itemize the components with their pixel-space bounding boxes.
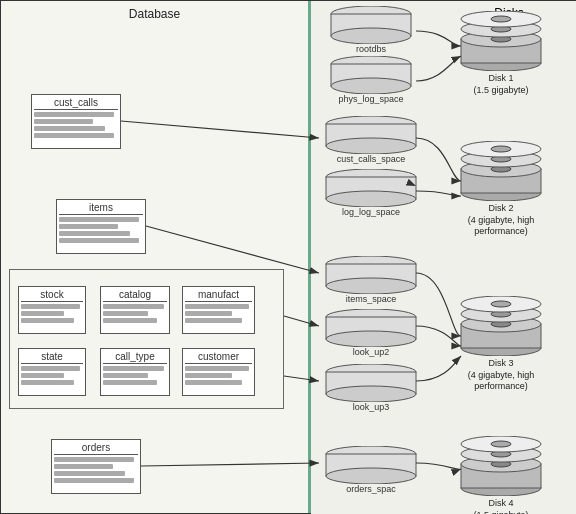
table-line — [185, 366, 249, 371]
table-line — [59, 217, 139, 222]
dbspace-log-log: log_log_space — [321, 169, 421, 217]
cylinder-log-log — [321, 169, 421, 207]
disk1-icon — [451, 11, 551, 71]
disk4-label: Disk 4(1.5 gigabyte) — [451, 498, 551, 514]
svg-point-8 — [326, 138, 416, 154]
table-call-type: call_type — [100, 348, 170, 396]
table-line — [103, 318, 157, 323]
svg-point-31 — [491, 16, 511, 22]
table-line — [34, 126, 105, 131]
svg-point-17 — [326, 331, 416, 347]
table-line — [185, 311, 232, 316]
table-line — [21, 304, 80, 309]
label-phys-log: phys_log_space — [326, 94, 416, 104]
table-catalog: catalog — [100, 286, 170, 334]
dbspace-look-up3: look_up3 — [321, 364, 421, 412]
disk1-label: Disk 1(1.5 gigabyte) — [451, 73, 551, 96]
svg-point-55 — [491, 441, 511, 447]
table-line — [21, 380, 74, 385]
table-catalog-label: catalog — [103, 289, 167, 302]
dbspaces-area: rootdbs phys_log_space cust_calls_spac — [311, 1, 441, 514]
disk3-label: Disk 3(4 gigabyte, highperformance) — [451, 358, 551, 393]
table-line — [103, 366, 164, 371]
cylinder-orders — [321, 446, 421, 484]
cylinder-rootdbs — [326, 6, 416, 44]
table-stock: stock — [18, 286, 86, 334]
table-cust-calls: cust_calls — [31, 94, 121, 149]
table-stock-label: stock — [21, 289, 83, 302]
table-customer-label: customer — [185, 351, 252, 364]
svg-point-20 — [326, 386, 416, 402]
disk3-icon — [451, 296, 551, 356]
disk2: Disk 2(4 gigabyte, highperformance) — [451, 141, 551, 238]
table-manufact-label: manufact — [185, 289, 252, 302]
table-cust-calls-label: cust_calls — [34, 97, 118, 110]
cylinder-phys-log — [326, 56, 416, 94]
table-line — [21, 373, 64, 378]
dbspace-phys-log: phys_log_space — [326, 56, 416, 104]
table-orders: orders — [51, 439, 141, 494]
dbspace-orders: orders_spac — [321, 446, 421, 494]
table-line — [103, 373, 148, 378]
table-line — [21, 366, 80, 371]
table-line — [34, 119, 93, 124]
cylinder-look-up3 — [321, 364, 421, 402]
table-items-label: items — [59, 202, 143, 215]
database-title: Database — [1, 1, 308, 25]
table-line — [103, 311, 148, 316]
dbspace-cust-calls-space: cust_calls_space — [321, 116, 421, 164]
table-line — [21, 311, 64, 316]
table-line — [34, 133, 114, 138]
cylinder-items-space — [321, 256, 421, 294]
table-line — [34, 112, 114, 117]
disk2-icon — [451, 141, 551, 201]
table-call-type-label: call_type — [103, 351, 167, 364]
svg-point-47 — [491, 301, 511, 307]
table-line — [21, 318, 74, 323]
label-orders-spac: orders_spac — [321, 484, 421, 494]
table-line — [59, 231, 130, 236]
table-line — [54, 457, 134, 462]
table-line — [185, 380, 242, 385]
table-line — [59, 238, 139, 243]
svg-point-5 — [331, 78, 411, 94]
svg-point-23 — [326, 468, 416, 484]
main-diagram: Database cust_calls items — [0, 0, 576, 514]
dbspace-look-up2: look_up2 — [321, 309, 421, 357]
disk2-label: Disk 2(4 gigabyte, highperformance) — [451, 203, 551, 238]
database-section: Database cust_calls items — [1, 1, 311, 513]
label-rootdbs: rootdbs — [326, 44, 416, 54]
svg-point-39 — [491, 146, 511, 152]
table-customer: customer — [182, 348, 255, 396]
table-items: items — [56, 199, 146, 254]
cylinder-look-up2 — [321, 309, 421, 347]
table-line — [103, 304, 164, 309]
label-log-log: log_log_space — [321, 207, 421, 217]
cylinder-cust-calls-space — [321, 116, 421, 154]
table-line — [54, 471, 125, 476]
label-look-up2: look_up2 — [321, 347, 421, 357]
disk1: Disk 1(1.5 gigabyte) — [451, 11, 551, 96]
table-state-label: state — [21, 351, 83, 364]
table-line — [54, 478, 134, 483]
svg-point-2 — [331, 28, 411, 44]
table-orders-label: orders — [54, 442, 138, 455]
right-sections: rootdbs phys_log_space cust_calls_spac — [311, 1, 576, 514]
table-state: state — [18, 348, 86, 396]
label-items-space: items_space — [321, 294, 421, 304]
table-line — [185, 304, 249, 309]
svg-point-14 — [326, 278, 416, 294]
table-line — [103, 380, 157, 385]
disk4: Disk 4(1.5 gigabyte) — [451, 436, 551, 514]
svg-point-11 — [326, 191, 416, 207]
label-cust-calls-space: cust_calls_space — [321, 154, 421, 164]
table-line — [54, 464, 113, 469]
disk4-icon — [451, 436, 551, 496]
disk3: Disk 3(4 gigabyte, highperformance) — [451, 296, 551, 393]
label-look-up3: look_up3 — [321, 402, 421, 412]
table-line — [185, 318, 242, 323]
table-manufact: manufact — [182, 286, 255, 334]
disks-area: Disks Disk 1(1.5 gigabyte) — [441, 1, 576, 514]
dbspace-items-space: items_space — [321, 256, 421, 304]
table-line — [59, 224, 118, 229]
